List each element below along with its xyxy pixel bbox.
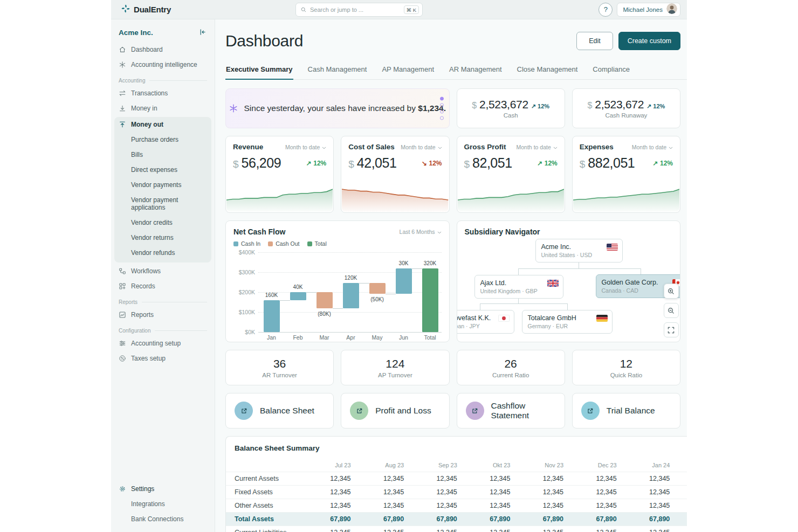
sidebar-item-records[interactable]: Records [111, 279, 215, 294]
cash-label: Cash Runaway [605, 112, 647, 119]
cell-value: 12,345 [573, 472, 627, 486]
cell-value: 67,890 [467, 513, 520, 526]
tab-compliance[interactable]: Compliance [592, 60, 630, 80]
org-connector [480, 303, 568, 304]
tab-ap-management[interactable]: AP Management [381, 60, 435, 80]
sidebar-item-settings[interactable]: Settings [111, 481, 215, 496]
currency-symbol: $ [464, 158, 470, 170]
sidebar-item-direct-expenses[interactable]: Direct expenses [114, 162, 211, 177]
edit-button[interactable]: Edit [576, 32, 613, 50]
period-selector[interactable]: Month to date [401, 144, 442, 150]
bar-value-label: 160K [256, 292, 288, 298]
sidebar-item-taxes-setup[interactable]: Taxes setup [111, 351, 215, 366]
sidebar-collapse-button[interactable] [198, 28, 207, 37]
create-custom-button[interactable]: Create custom [618, 32, 680, 50]
fullscreen-icon[interactable] [664, 322, 679, 337]
sidebar-item-money-out[interactable]: Money out [114, 117, 211, 132]
carousel-dot[interactable] [440, 103, 444, 107]
waterfall-connector [386, 294, 396, 294]
screenshot-stage: DualEntry ⌘ K ? Michael Jones Acme Inc. … [0, 0, 798, 532]
tab-cash-management[interactable]: Cash Management [307, 60, 368, 80]
sidebar-item-bank-connections[interactable]: Bank Connections [111, 512, 215, 527]
period-selector[interactable]: Month to date [285, 144, 326, 150]
sidebar-item-bills[interactable]: Bills [114, 147, 211, 162]
net-cash-flow-period-selector[interactable]: Last 6 Months [400, 229, 442, 235]
zoom-in-icon[interactable] [664, 284, 679, 299]
chart-x-labels: JanFebMarAprMayJunTotal [258, 334, 442, 342]
sidebar-section-accounting: Accounting [111, 72, 215, 86]
carousel-dot[interactable] [440, 116, 444, 120]
sidebar-item-accounting-intelligence[interactable]: Accounting intelligence [111, 57, 215, 72]
metric-number: 42,051 [357, 155, 396, 171]
sidebar-item-workflows[interactable]: Workflows [111, 264, 215, 279]
chevron-down-icon [322, 144, 326, 150]
sidebar-item-transactions[interactable]: Transactions [111, 86, 215, 101]
subsidiary-node-totalcare-gmbh[interactable]: Totalcare GmbHGermany · EUR [522, 310, 613, 334]
ratio-card-ap-turnover: 124AP Turnover [341, 350, 449, 385]
org-switcher[interactable]: Acme Inc. [111, 25, 215, 42]
tab-ar-management[interactable]: AR Management [449, 60, 503, 80]
sidebar-item-vendor-payment-applications[interactable]: Vendor payment applications [114, 192, 211, 215]
tab-executive-summary[interactable]: Executive Summary [225, 60, 293, 80]
currency-symbol: $ [580, 158, 586, 170]
chart-gridline [258, 252, 442, 253]
app-window: DualEntry ⌘ K ? Michael Jones Acme Inc. … [111, 0, 687, 532]
sidebar-item-reports[interactable]: Reports [111, 307, 215, 322]
period-selector[interactable]: Month to date [632, 144, 673, 150]
legend-item-cash-in: Cash In [233, 240, 260, 247]
metric-value: $42,051 [348, 155, 396, 171]
global-search[interactable]: ⌘ K [295, 3, 423, 17]
tab-close-management[interactable]: Close Management [517, 60, 579, 80]
sidebar-item-accounting-setup[interactable]: Accounting setup [111, 336, 215, 351]
balance-sheet-table: Jul 23Aug 23Sep 23Okt 23Nov 23Dec 23Jan … [226, 459, 687, 532]
cell-value: 12,345 [307, 472, 361, 486]
cell-value: 12,345 [679, 486, 687, 499]
report-link-label: Profit and Loss [375, 406, 431, 416]
sidebar-item-money-in[interactable]: Money in [111, 101, 215, 116]
cell-value: 67,890 [307, 513, 361, 526]
sidebar-item-label: Records [131, 282, 155, 290]
de-flag-icon [596, 315, 608, 322]
sidebar-item-vendor-refunds[interactable]: Vendor refunds [114, 245, 211, 260]
carousel-dot[interactable] [440, 110, 444, 114]
report-link-cashflow-statement[interactable]: Cashflow Statement [457, 393, 565, 429]
currency-symbol: $ [233, 158, 239, 170]
bar-value-label: (80K) [308, 311, 341, 317]
report-link-balance-sheet[interactable]: Balance Sheet [225, 393, 334, 429]
subsidiary-detail: United Kingdom · GBP [480, 288, 558, 294]
help-button[interactable]: ? [598, 3, 613, 17]
sparkline-chart [573, 182, 679, 212]
zoom-out-icon[interactable] [664, 303, 679, 318]
report-link-label: Trial Balance [607, 406, 655, 416]
cash-card-cash-runaway: $2,523,672↗ 12%Cash Runaway [572, 88, 680, 128]
sidebar-item-vendor-credits[interactable]: Vendor credits [114, 215, 211, 230]
currency-symbol: $ [348, 158, 354, 170]
report-link-trial-balance[interactable]: Trial Balance [572, 393, 680, 429]
sidebar-item-vendor-payments[interactable]: Vendor payments [114, 177, 211, 192]
report-link-profit-and-loss[interactable]: Profit and Loss [341, 393, 449, 429]
subsidiary-node-movefast-k-k-[interactable]: Movefast K.K.Japan · JPY [457, 310, 514, 334]
charts-row: Net Cash Flow Last 6 Months Cash InCash … [225, 220, 680, 342]
net-cash-flow-title: Net Cash Flow [233, 227, 285, 236]
change-badge: ↗ 12% [531, 103, 549, 110]
metric-value-row: $82,051↗ 12% [457, 151, 565, 171]
sidebar-money-out-group: Money outPurchase ordersBillsDirect expe… [114, 117, 211, 262]
metric-header: Gross ProfitMonth to date [457, 136, 565, 151]
sidebar-item-integrations[interactable]: Integrations [111, 496, 215, 512]
subsidiary-node-ajax-ltd-[interactable]: Ajax Ltd.United Kingdom · GBP [474, 275, 563, 299]
sidebar-item-purchase-orders[interactable]: Purchase orders [114, 132, 211, 147]
user-menu-button[interactable]: Michael Jones [617, 3, 680, 17]
cell-value: 12,345 [520, 526, 573, 532]
table-row-fixed-assets: Fixed Assets12,34512,34512,34512,34512,3… [226, 486, 687, 499]
period-selector[interactable]: Month to date [517, 144, 558, 150]
metric-value-row: $56,209↗ 12% [226, 151, 333, 171]
subsidiary-node-acme-inc-[interactable]: Acme Inc.United States · USD [535, 239, 623, 262]
sidebar-item-vendor-returns[interactable]: Vendor returns [114, 230, 211, 245]
sidebar-item-dashboard[interactable]: Dashboard [111, 42, 215, 57]
gear-icon [119, 485, 126, 493]
cell-value: 12,345 [679, 526, 687, 532]
column-header: Nov 23 [520, 459, 573, 472]
ratio-label: Quick Ratio [610, 372, 642, 378]
search-input[interactable] [310, 6, 401, 13]
carousel-dot[interactable] [440, 97, 444, 101]
